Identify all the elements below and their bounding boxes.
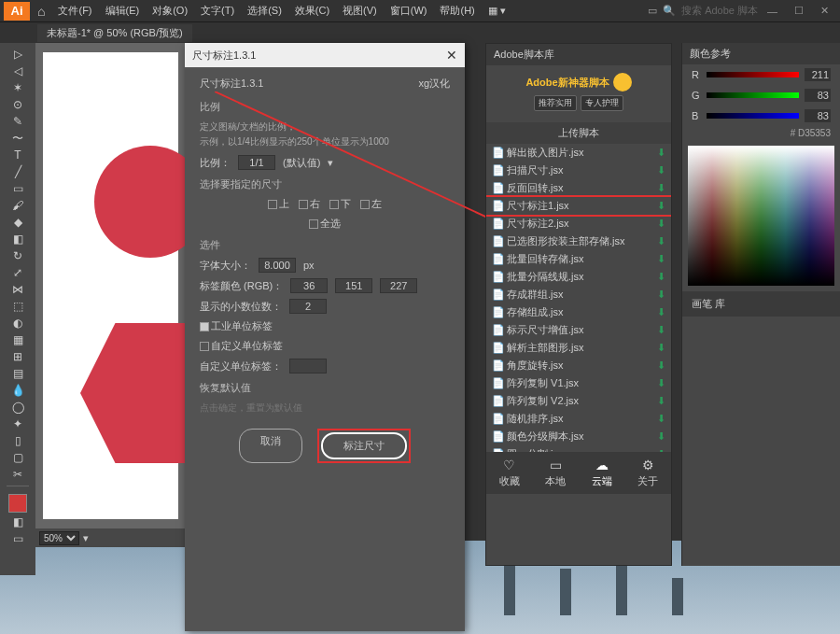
search-icon[interactable]: 🔍 xyxy=(663,5,676,17)
document-tab[interactable]: 未标题-1* @ 50% (RGB/预览) xyxy=(37,24,192,42)
zoom-select[interactable]: 50% xyxy=(39,531,79,545)
script-item[interactable]: 📄解出嵌入图片.jsx⬇ xyxy=(486,144,671,162)
rotate-tool-icon[interactable]: ↻ xyxy=(10,248,25,263)
download-icon[interactable]: ⬇ xyxy=(657,395,665,407)
gradient-tool-icon[interactable]: ▤ xyxy=(10,366,25,381)
custom-unit-input[interactable] xyxy=(289,359,327,373)
script-item[interactable]: 📄尺寸标注2.jsx⬇ xyxy=(486,215,671,232)
checkbox-left[interactable]: 左 xyxy=(360,197,382,211)
menu-file[interactable]: 文件(F) xyxy=(52,2,97,20)
menu-window[interactable]: 窗口(W) xyxy=(385,2,433,20)
r-value[interactable]: 211 xyxy=(805,68,831,81)
g-value[interactable]: 83 xyxy=(805,89,831,102)
shaper-tool-icon[interactable]: ◆ xyxy=(10,215,25,230)
maximize-icon[interactable]: ☐ xyxy=(787,3,811,19)
home-icon[interactable]: ⌂ xyxy=(37,4,45,19)
script-item[interactable]: 📄随机排序.jsx⬇ xyxy=(486,410,671,428)
download-icon[interactable]: ⬇ xyxy=(657,182,665,194)
search-placeholder[interactable]: 搜索 Adobe 脚本 xyxy=(681,4,758,18)
scripts-list[interactable]: 📄解出嵌入图片.jsx⬇📄扫描尺寸.jsx⬇📄反面回转.jsx⬇📄尺寸标注1.j… xyxy=(486,144,671,452)
script-item[interactable]: 📄角度旋转.jsx⬇ xyxy=(486,357,671,374)
ratio-input[interactable] xyxy=(238,155,275,170)
script-item[interactable]: 📄阵列复制 V1.jsx⬇ xyxy=(486,374,671,392)
fill-swatch[interactable] xyxy=(8,494,27,513)
script-item[interactable]: 📄尺寸标注1.jsx⬇ xyxy=(486,197,671,215)
canvas-area[interactable] xyxy=(35,43,185,547)
symbol-sprayer-tool-icon[interactable]: ✦ xyxy=(10,416,25,431)
nav-收藏[interactable]: ♡收藏 xyxy=(499,458,520,488)
script-item[interactable]: 📄标示尺寸增值.jsx⬇ xyxy=(486,321,671,339)
eraser-tool-icon[interactable]: ◧ xyxy=(10,232,25,247)
selection-tool-icon[interactable]: ▷ xyxy=(10,47,25,62)
decimals-input[interactable] xyxy=(289,299,327,314)
minimize-icon[interactable]: — xyxy=(760,4,785,19)
script-item[interactable]: 📄解析主部图形.jsx⬇ xyxy=(486,339,671,357)
checkbox-industrial[interactable]: 工业单位标签 xyxy=(200,319,273,333)
dropdown-icon[interactable]: ▾ xyxy=(328,157,333,169)
script-item[interactable]: 📄圆—分割.jsx⬇ xyxy=(486,445,671,452)
rectangle-tool-icon[interactable]: ▭ xyxy=(10,181,25,196)
menu-effect[interactable]: 效果(C) xyxy=(289,2,335,20)
type-tool-icon[interactable]: T xyxy=(10,148,25,162)
dialog-close-icon[interactable]: ✕ xyxy=(446,48,457,63)
color-panel-title[interactable]: 颜色参考 xyxy=(682,43,840,64)
download-icon[interactable]: ⬇ xyxy=(657,448,665,452)
r-slider[interactable] xyxy=(707,72,799,77)
layout-icon[interactable]: ▦ ▾ xyxy=(483,3,511,19)
script-item[interactable]: 📄扫描尺寸.jsx⬇ xyxy=(486,162,671,179)
download-icon[interactable]: ⬇ xyxy=(657,289,665,301)
magic-wand-tool-icon[interactable]: ✶ xyxy=(10,80,25,95)
checkbox-right[interactable]: 右 xyxy=(299,197,320,211)
color-mode-icon[interactable]: ◧ xyxy=(10,514,25,529)
download-icon[interactable]: ⬇ xyxy=(657,377,665,389)
menu-select[interactable]: 选择(S) xyxy=(242,2,287,20)
mesh-tool-icon[interactable]: ⊞ xyxy=(10,349,25,364)
script-item[interactable]: 📄颜色分级脚本.jsx⬇ xyxy=(486,428,671,445)
g-slider[interactable] xyxy=(707,92,799,98)
menu-help[interactable]: 帮助(H) xyxy=(434,2,480,20)
scripts-panel-title[interactable]: Adobe脚本库 xyxy=(486,44,671,65)
menu-view[interactable]: 视图(V) xyxy=(337,2,383,20)
free-transform-tool-icon[interactable]: ⬚ xyxy=(10,299,25,314)
script-item[interactable]: 📄批量分隔线规.jsx⬇ xyxy=(486,268,671,286)
script-item[interactable]: 📄阵列复制 V2.jsx⬇ xyxy=(486,392,671,410)
download-icon[interactable]: ⬇ xyxy=(657,324,665,336)
download-icon[interactable]: ⬇ xyxy=(657,430,665,443)
checkbox-bottom[interactable]: 下 xyxy=(329,197,351,211)
color-picker[interactable] xyxy=(688,146,834,286)
tag-recommended[interactable]: 推荐实用 xyxy=(534,95,577,111)
download-icon[interactable]: ⬇ xyxy=(657,253,665,265)
b-value[interactable]: 83 xyxy=(805,109,831,122)
pen-tool-icon[interactable]: ✎ xyxy=(10,114,25,129)
menu-type[interactable]: 文字(T) xyxy=(195,2,240,20)
lasso-tool-icon[interactable]: ⊙ xyxy=(10,97,25,112)
b-slider[interactable] xyxy=(707,113,799,119)
shape-builder-tool-icon[interactable]: ◐ xyxy=(10,316,25,331)
download-icon[interactable]: ⬇ xyxy=(657,147,665,159)
menu-object[interactable]: 对象(O) xyxy=(147,2,193,20)
checkbox-top[interactable]: 上 xyxy=(268,197,289,211)
download-icon[interactable]: ⬇ xyxy=(657,306,665,318)
script-item[interactable]: 📄反面回转.jsx⬇ xyxy=(486,179,671,197)
checkbox-all[interactable]: 全选 xyxy=(309,217,341,231)
close-icon[interactable]: ✕ xyxy=(813,3,836,19)
download-icon[interactable]: ⬇ xyxy=(657,164,665,176)
brush-tool-icon[interactable]: 🖌 xyxy=(10,198,25,213)
download-icon[interactable]: ⬇ xyxy=(657,342,665,354)
direct-selection-tool-icon[interactable]: ◁ xyxy=(10,63,25,78)
blend-tool-icon[interactable]: ◯ xyxy=(10,400,25,415)
eyedropper-tool-icon[interactable]: 💧 xyxy=(10,383,25,398)
perspective-tool-icon[interactable]: ▦ xyxy=(10,332,25,347)
color-g-input[interactable] xyxy=(335,278,372,293)
download-icon[interactable]: ⬇ xyxy=(657,413,665,425)
window-layout-icon[interactable]: ▭ xyxy=(648,5,657,17)
column-graph-tool-icon[interactable]: ▯ xyxy=(10,433,25,448)
font-size-input[interactable] xyxy=(259,258,296,273)
download-icon[interactable]: ⬇ xyxy=(657,359,665,372)
slice-tool-icon[interactable]: ✂ xyxy=(10,467,25,482)
download-icon[interactable]: ⬇ xyxy=(657,218,665,230)
script-item[interactable]: 📄批量回转存储.jsx⬇ xyxy=(486,250,671,268)
line-tool-icon[interactable]: ╱ xyxy=(10,164,25,179)
download-icon[interactable]: ⬇ xyxy=(657,235,665,247)
script-item[interactable]: 📄已选图形按装主部存储.jsx⬇ xyxy=(486,232,671,250)
